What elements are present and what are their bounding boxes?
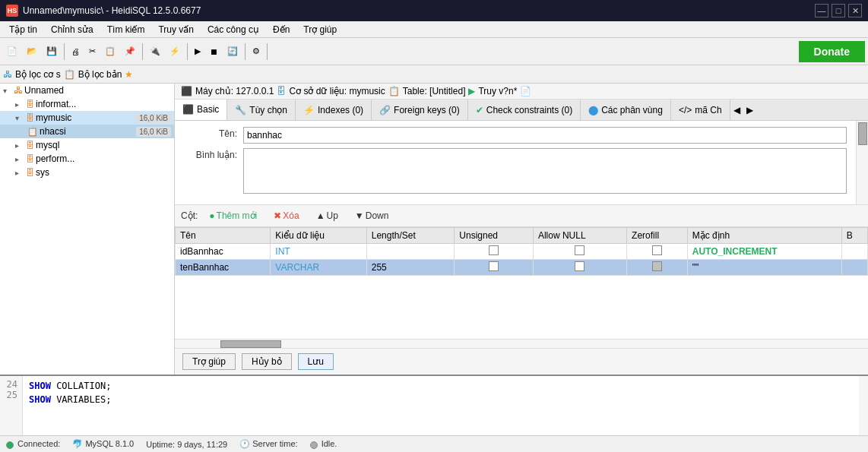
sidebar-item-performance[interactable]: ▸ 🗄 perform... <box>0 152 174 166</box>
col-header-default: Mặc định <box>687 228 841 244</box>
tab-indexes[interactable]: ⚡ Indexes (0) <box>296 100 372 121</box>
menu-file[interactable]: Tập tin <box>3 23 43 36</box>
col-name[interactable]: idBannhac <box>176 244 271 260</box>
expand-icon: ▾ <box>15 114 24 122</box>
tab-check-constraints[interactable]: ✔ Check constraints (0) <box>468 100 581 121</box>
save-icon: 💾 <box>46 46 57 56</box>
sql-scrollbar[interactable] <box>859 376 868 435</box>
col-unsigned[interactable] <box>455 244 534 260</box>
paste-button[interactable]: 📌 <box>121 42 139 62</box>
stop-button[interactable]: ⏹ <box>206 42 222 62</box>
sidebar: ▾ 🖧 Unnamed ▸ 🗄 informat... ▾ 🗄 mymusic … <box>0 84 175 375</box>
tab-scroll-left[interactable]: ◀ <box>730 105 743 115</box>
tab-partitions[interactable]: ⬤ Các phân vùng <box>581 100 671 121</box>
menu-edit[interactable]: Chỉnh sửa <box>45 23 100 36</box>
allownull-checkbox[interactable] <box>575 245 584 255</box>
sql-content[interactable]: SHOW COLLATION; SHOW VARIABLES; <box>23 376 859 435</box>
table-scroll[interactable]: Tên Kiểu dữ liệu Length/Set Unsigned All… <box>175 227 868 339</box>
col-default[interactable]: AUTO_INCREMENT <box>687 244 841 260</box>
minimize-button[interactable]: — <box>815 4 828 17</box>
new-button[interactable]: 📄 <box>3 42 21 62</box>
delete-column-button[interactable]: ✖ Xóa <box>268 208 304 223</box>
tab-code[interactable]: </> mã Ch <box>671 100 730 121</box>
zerofill-checkbox[interactable] <box>652 261 662 271</box>
main-area: ▾ 🖧 Unnamed ▸ 🗄 informat... ▾ 🗄 mymusic … <box>0 84 868 375</box>
col-type[interactable]: VARCHAR <box>271 260 366 276</box>
col-allownull[interactable] <box>533 244 626 260</box>
tab-options[interactable]: 🔧 Tùy chọn <box>227 100 296 121</box>
sidebar-item-unnamed[interactable]: ▾ 🖧 Unnamed <box>0 84 174 97</box>
col-header-zerofill: Zerofill <box>627 228 688 244</box>
allownull-checkbox[interactable] <box>575 261 584 271</box>
disconnect-button[interactable]: ⚡ <box>166 42 184 62</box>
table-row[interactable]: tenBannhac VARCHAR 255 "" <box>176 260 868 276</box>
save-file-button[interactable]: 💾 <box>43 42 61 62</box>
binhluan-textarea[interactable] <box>243 148 847 194</box>
donate-button[interactable]: Donate <box>799 41 865 62</box>
cancel-button[interactable]: Hủy bỏ <box>242 353 292 370</box>
unsigned-checkbox[interactable] <box>489 245 499 255</box>
table-row[interactable]: idBannhac INT AUTO_INCREMENT <box>176 244 868 260</box>
close-button[interactable]: ✕ <box>848 4 862 17</box>
col-name[interactable]: tenBannhac <box>176 260 271 276</box>
binhluan-label: Bình luận: <box>184 148 237 160</box>
auto-increment-text: AUTO_INCREMENT <box>692 246 778 257</box>
sidebar-item-information[interactable]: ▸ 🗄 informat... <box>0 97 174 111</box>
sidebar-item-nhacsi[interactable]: 📋 nhacsi 16,0 KiB <box>0 125 174 138</box>
separator-2 <box>142 43 143 60</box>
maximize-button[interactable]: □ <box>832 4 845 17</box>
save-button[interactable]: Lưu <box>298 353 334 370</box>
sidebar-item-label: sys <box>36 167 49 178</box>
unsigned-checkbox[interactable] <box>489 261 499 271</box>
connect-button[interactable]: 🔌 <box>146 42 164 62</box>
type-text: VARCHAR <box>275 262 319 273</box>
col-b[interactable] <box>841 244 867 260</box>
col-zerofill[interactable] <box>627 260 688 276</box>
down-column-button[interactable]: ▼ Down <box>350 208 394 223</box>
open-button[interactable]: 📂 <box>23 42 41 62</box>
menu-goto[interactable]: Đến <box>267 23 296 36</box>
tab-part-icon: ⬤ <box>588 105 598 115</box>
menu-query[interactable]: Truy vấn <box>152 23 200 36</box>
col-unsigned[interactable] <box>455 260 534 276</box>
h-scroll-thumb[interactable] <box>220 340 281 348</box>
idle-indicator <box>310 441 318 449</box>
ten-input[interactable] <box>243 127 847 144</box>
plus-icon: ● <box>209 210 214 221</box>
run-button[interactable]: ▶ <box>191 42 204 62</box>
sidebar-item-mymusic[interactable]: ▾ 🗄 mymusic 16,0 KiB <box>0 111 174 125</box>
sql-text: VARIABLES; <box>56 394 111 405</box>
cut-button[interactable]: ✂ <box>85 42 100 62</box>
expand-icon: ▸ <box>15 141 24 150</box>
copy-button[interactable]: 📋 <box>101 42 119 62</box>
print-button[interactable]: 🖨 <box>68 42 84 62</box>
col-b[interactable] <box>841 260 867 276</box>
col-zerofill[interactable] <box>627 244 688 260</box>
col-allownull[interactable] <box>533 260 626 276</box>
breadcrumb: ⬛ Máy chủ: 127.0.0.1 🗄 Cơ sở dữ liệu: my… <box>175 84 868 100</box>
help-button[interactable]: Trợ giúp <box>182 353 236 370</box>
col-length[interactable]: 255 <box>366 260 455 276</box>
horizontal-scrollbar[interactable] <box>175 339 868 348</box>
form-scrollbar[interactable] <box>856 121 868 204</box>
settings-button[interactable]: ⚙ <box>249 42 264 62</box>
tab-basic[interactable]: ⬛ Basic <box>175 100 227 121</box>
refresh-button[interactable]: 🔄 <box>223 42 242 62</box>
menu-search[interactable]: Tìm kiếm <box>101 23 151 36</box>
col-type[interactable]: INT <box>271 244 366 260</box>
filter-server-label: Bộ lọc cơ s <box>15 69 61 80</box>
tab-foreign-keys[interactable]: 🔗 Foreign keys (0) <box>372 100 468 121</box>
col-default[interactable]: "" <box>687 260 841 276</box>
sidebar-item-sys[interactable]: ▸ 🗄 sys <box>0 166 174 179</box>
run-query-icon[interactable]: ▶ <box>468 86 475 96</box>
col-length[interactable] <box>366 244 455 260</box>
table-breadcrumb-icon: 📋 <box>388 86 400 96</box>
zerofill-checkbox[interactable] <box>652 245 662 255</box>
menu-tools[interactable]: Các công cụ <box>201 23 265 36</box>
sidebar-item-mysql[interactable]: ▸ 🗄 mysql <box>0 138 174 152</box>
menu-help[interactable]: Trợ giúp <box>297 23 343 36</box>
tab-scroll-right[interactable]: ▶ <box>743 105 756 115</box>
scrollbar-thumb[interactable] <box>858 122 867 145</box>
up-column-button[interactable]: ▲ Up <box>311 208 344 223</box>
add-column-button[interactable]: ● Thêm mới <box>204 208 262 223</box>
